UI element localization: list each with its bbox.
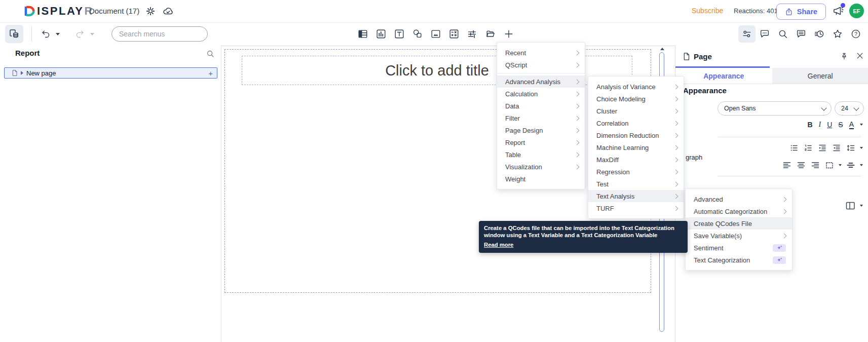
displayr-logo[interactable]: ISPLAYR	[23, 5, 94, 18]
redo-button[interactable]	[73, 28, 86, 41]
line-spacing-icon[interactable]	[846, 143, 856, 153]
tab-general[interactable]: General	[772, 68, 868, 84]
menu-item-machine-learning[interactable]: Machine Learning	[588, 141, 684, 154]
read-more-link[interactable]: Read more	[484, 242, 513, 248]
ai-badge[interactable]	[773, 256, 786, 264]
comments-button[interactable]	[757, 26, 773, 42]
menu-item-recent[interactable]: Recent	[497, 47, 585, 59]
columns-icon[interactable]	[845, 201, 856, 211]
menu-item-correlation[interactable]: Correlation	[588, 117, 684, 129]
page-outline[interactable]	[224, 49, 651, 293]
insert-table-button[interactable]	[355, 26, 371, 42]
search-menus-input[interactable]	[111, 26, 208, 42]
tab-appearance[interactable]: Appearance	[675, 68, 772, 84]
italic-button[interactable]: I	[819, 121, 821, 129]
menu-item-qscript[interactable]: QScript	[497, 59, 585, 71]
menu-item-data[interactable]: Data	[497, 100, 585, 112]
menu-item-page-design[interactable]: Page Design	[497, 124, 585, 136]
columns-options-caret[interactable]	[860, 205, 863, 207]
help-button[interactable]: ?	[848, 26, 864, 42]
sidebar-item-new-page[interactable]: New page +	[4, 67, 217, 79]
menu-item-calculation[interactable]: Calculation	[497, 88, 585, 100]
notes-button[interactable]	[793, 26, 809, 42]
history-button[interactable]	[811, 26, 827, 42]
font-color-button[interactable]: A	[849, 121, 854, 129]
outdent-icon[interactable]	[817, 143, 827, 153]
list-options-caret[interactable]	[860, 147, 863, 149]
document-title[interactable]: Document (17)	[89, 7, 139, 15]
pages-panel-button[interactable]	[5, 25, 23, 43]
menu-item-visualization[interactable]: Visualization	[497, 161, 585, 173]
align-left-icon[interactable]	[782, 160, 792, 170]
search-button[interactable]	[775, 26, 791, 42]
shapes-icon	[412, 28, 423, 40]
insert-chart-button[interactable]	[373, 26, 389, 42]
vertical-align-caret[interactable]	[860, 164, 863, 166]
sliders-icon	[467, 28, 478, 40]
underline-button[interactable]: U	[827, 121, 832, 129]
undo-dropdown-caret[interactable]	[56, 33, 60, 35]
sidebar-search-icon[interactable]	[206, 49, 215, 58]
numbered-list-icon[interactable]	[803, 143, 813, 153]
menu-item-advanced[interactable]: Advanced	[686, 193, 792, 205]
menu-item-report[interactable]: Report	[497, 136, 585, 148]
menu-item-sentiment[interactable]: Sentiment	[686, 242, 792, 254]
insert-image-button[interactable]	[428, 26, 444, 42]
selection-box-icon[interactable]	[824, 160, 835, 170]
menu-item-turf[interactable]: TURF	[588, 202, 684, 214]
vertical-center-icon[interactable]	[846, 160, 856, 170]
menu-item-filter[interactable]: Filter	[497, 112, 585, 124]
insert-control-button[interactable]	[464, 26, 480, 42]
subscribe-link[interactable]: Subscribe	[692, 7, 723, 15]
insert-calculation-button[interactable]	[446, 26, 462, 42]
menu-item-advanced-analysis[interactable]: Advanced Analysis	[497, 75, 585, 88]
insert-shape-button[interactable]	[409, 26, 426, 42]
menu-item-choice-modeling[interactable]: Choice Modeling	[588, 93, 684, 105]
indent-icon[interactable]	[832, 143, 842, 153]
bullet-list-icon[interactable]	[789, 143, 799, 153]
insert-more-button[interactable]	[501, 26, 517, 42]
redo-dropdown-caret[interactable]	[90, 33, 94, 35]
report-sidebar: Report New page +	[0, 46, 221, 342]
insert-text-button[interactable]	[391, 26, 407, 42]
menu-item-maxdiff[interactable]: MaxDiff	[588, 154, 684, 166]
share-button[interactable]: Share	[776, 4, 826, 20]
insert-folder-button[interactable]	[482, 26, 499, 42]
menu-item-cluster[interactable]: Cluster	[588, 105, 684, 117]
close-icon[interactable]	[856, 52, 864, 60]
menu-item-weight[interactable]: Weight	[497, 173, 585, 185]
font-size-select[interactable]: 24	[835, 101, 864, 116]
font-family-select[interactable]: Open Sans	[718, 101, 832, 116]
menu-item-table[interactable]: Table	[497, 148, 585, 161]
megaphone-icon[interactable]	[832, 5, 845, 17]
avatar[interactable]: EF	[849, 4, 864, 18]
menu-item-create-qcodes-file[interactable]: Create QCodes File	[686, 217, 792, 230]
pin-icon[interactable]	[840, 52, 849, 61]
font-color-caret[interactable]	[860, 124, 863, 126]
expand-caret-icon[interactable]	[21, 71, 23, 75]
align-right-icon[interactable]	[810, 160, 820, 170]
menu-item-automatic-categorization[interactable]: Automatic Categorization	[686, 205, 792, 217]
align-center-icon[interactable]	[796, 160, 806, 170]
menu-item-regression[interactable]: Regression	[588, 166, 684, 178]
menu-item-test[interactable]: Test	[588, 178, 684, 190]
scroll-up-arrow[interactable]	[660, 48, 664, 50]
gear-icon[interactable]	[145, 6, 156, 17]
menu-item-dimension-reduction[interactable]: Dimension Reduction	[588, 129, 684, 141]
cloud-sync-icon[interactable]	[162, 6, 174, 16]
menu-item-analysis-of-variance[interactable]: Analysis of Variance	[588, 81, 684, 93]
ai-badge[interactable]	[773, 244, 786, 252]
add-page-button[interactable]: +	[208, 69, 213, 78]
submenu-chevron-icon	[575, 103, 580, 108]
strikethrough-button[interactable]: S	[838, 121, 843, 129]
submenu-chevron-icon	[673, 181, 678, 186]
menu-item-text-analysis[interactable]: Text Analysis	[588, 190, 684, 202]
selection-options-caret[interactable]	[839, 164, 842, 166]
favorites-button[interactable]	[829, 26, 846, 42]
menu-item-text-categorization[interactable]: Text Categorization	[686, 254, 792, 266]
object-inspector-button[interactable]	[738, 25, 756, 43]
share-upload-icon	[785, 8, 793, 16]
undo-button[interactable]	[40, 28, 53, 41]
menu-item-save-variables[interactable]: Save Variable(s)	[686, 230, 792, 242]
bold-button[interactable]: B	[807, 121, 812, 129]
